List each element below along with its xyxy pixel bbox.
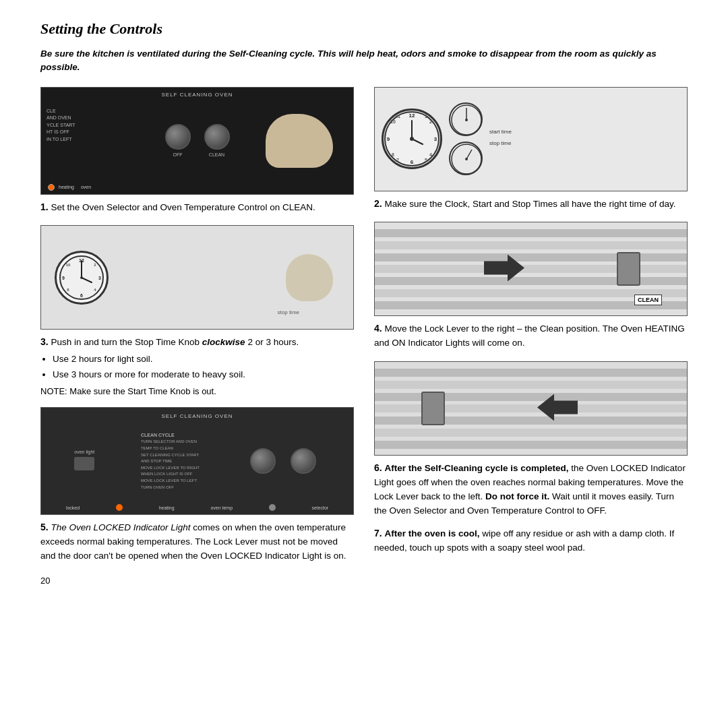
selector-indicator-label: selector bbox=[312, 505, 329, 510]
step6-text: 6. After the Self-Cleaning cycle is comp… bbox=[374, 461, 688, 518]
svg-marker-35 bbox=[537, 394, 578, 421]
svg-text:8: 8 bbox=[392, 152, 394, 157]
intro-text: Be sure the kitchen is ventilated during… bbox=[40, 47, 688, 75]
left-arrow bbox=[537, 394, 578, 423]
hand-image-2 bbox=[286, 254, 333, 301]
stop-time-label: stop time bbox=[278, 309, 299, 315]
svg-text:1: 1 bbox=[425, 114, 427, 119]
step3-note: NOTE: Make sure the Start Time Knob is o… bbox=[40, 386, 354, 396]
panel-label-2: SELF CLEANING OVEN bbox=[161, 413, 233, 419]
svg-text:7: 7 bbox=[396, 158, 399, 162]
svg-text:9: 9 bbox=[387, 136, 390, 142]
heating-dot bbox=[116, 504, 123, 511]
selector-label: OFF bbox=[173, 152, 183, 157]
heating-indicator bbox=[48, 184, 55, 191]
step2-text: 2. Make sure the Clock, Start and Stop T… bbox=[374, 197, 688, 212]
step6-image bbox=[374, 361, 688, 456]
svg-text:3: 3 bbox=[98, 276, 101, 280]
svg-point-33 bbox=[465, 158, 468, 160]
clean-knob-2 bbox=[291, 448, 316, 474]
svg-text:10: 10 bbox=[390, 119, 396, 124]
oven-temp-label: oven temp bbox=[210, 505, 233, 510]
panel-side-labels: CLE AND OVEN YCLE START HT IS OFF IN TO … bbox=[47, 108, 75, 144]
svg-text:10: 10 bbox=[66, 263, 71, 267]
panel-label-text: SELF CLEANING OVEN bbox=[161, 92, 233, 98]
lock-mechanism-2 bbox=[421, 392, 445, 425]
svg-text:12: 12 bbox=[409, 113, 415, 119]
step4-text: 4. Move the Lock Lever to the right – th… bbox=[374, 321, 688, 350]
step5-text: 5. The Oven LOCKED Indicator Light comes… bbox=[40, 520, 354, 563]
svg-point-30 bbox=[465, 119, 468, 121]
temp-knob bbox=[204, 124, 230, 150]
time-labels: start time stop time bbox=[489, 129, 512, 150]
step3-image: 12 6 9 3 10 2 8 4 bbox=[40, 225, 354, 330]
page-title: Setting the Controls bbox=[40, 20, 688, 38]
svg-text:9: 9 bbox=[62, 276, 65, 280]
locked-indicator-label: locked bbox=[66, 505, 80, 510]
svg-text:5: 5 bbox=[425, 158, 427, 162]
heating-text: heating bbox=[59, 185, 74, 189]
clean-knob-1 bbox=[250, 448, 276, 474]
svg-point-27 bbox=[410, 137, 414, 141]
cycle-instructions: CLEAN CYCLE TURN SELECTOR AND OVEN TEMP … bbox=[141, 431, 200, 491]
temp-label: CLEAN bbox=[209, 152, 224, 157]
selector-knob bbox=[165, 124, 191, 150]
hand-image bbox=[266, 114, 333, 168]
oven-text: oven bbox=[81, 185, 91, 189]
stop-dial bbox=[449, 142, 483, 175]
svg-text:6: 6 bbox=[80, 293, 83, 298]
page-number: 20 bbox=[40, 576, 688, 586]
clean-badge: CLEAN bbox=[634, 295, 662, 305]
oven-temp-dot bbox=[269, 504, 276, 511]
svg-text:4: 4 bbox=[429, 152, 432, 157]
lock-mechanism bbox=[617, 252, 640, 286]
svg-text:2: 2 bbox=[429, 119, 432, 124]
heating-indicator-label: heating bbox=[159, 505, 175, 510]
svg-text:11: 11 bbox=[395, 114, 400, 119]
main-clock: 12 6 9 3 10 2 8 4 11 1 7 5 bbox=[382, 109, 442, 169]
oven-light-label: oven light bbox=[74, 450, 94, 473]
step5-image: oven light SELF CLEANING OVEN CLEAN CYCL… bbox=[40, 407, 354, 515]
step1-image: SELF CLEANING OVEN OFF CLEAN CLE bbox=[40, 87, 354, 195]
step4-image: CLEAN bbox=[374, 222, 688, 316]
step3-text: 3. Push in and turn the Stop Time Knob c… bbox=[40, 335, 354, 382]
step1-text: 1. Set the Oven Selector and Oven Temper… bbox=[40, 200, 354, 215]
step2-image: 12 6 9 3 10 2 8 4 11 1 7 5 bbox=[374, 87, 688, 191]
right-arrow bbox=[484, 255, 524, 284]
svg-marker-34 bbox=[484, 255, 524, 282]
step7-text: 7. After the oven is cool, wipe off any … bbox=[374, 526, 688, 555]
svg-text:3: 3 bbox=[434, 136, 437, 142]
start-dial bbox=[449, 102, 483, 136]
svg-text:6: 6 bbox=[411, 159, 414, 165]
svg-point-11 bbox=[80, 276, 83, 279]
stop-clock: 12 6 9 3 10 2 8 4 bbox=[55, 251, 109, 305]
